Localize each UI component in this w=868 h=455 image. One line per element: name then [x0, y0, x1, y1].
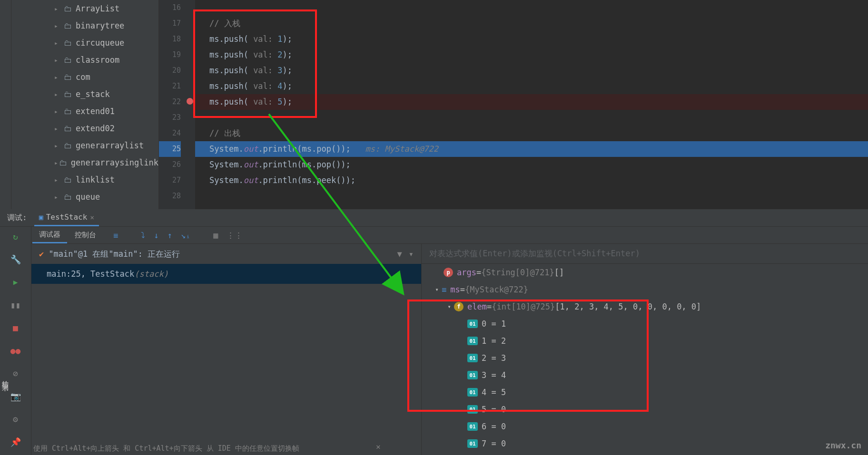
threads-icon[interactable]: ≡ — [113, 231, 118, 240]
settings-button[interactable]: ⚙ — [9, 412, 22, 426]
camera-button[interactable]: 📷 — [9, 389, 22, 403]
folder-icon: 🗀 — [64, 72, 72, 82]
tree-item[interactable]: ▸🗀extend01 — [11, 103, 158, 120]
frames-panel: ✔ "main"@1 在组"main": 正在运行 ▼ ▾ main:25, T… — [31, 244, 422, 455]
chevron-right-icon: ▸ — [54, 39, 63, 47]
tree-item[interactable]: ▸🗀com — [11, 68, 158, 86]
line-number[interactable]: 28 — [159, 188, 181, 204]
line-number[interactable]: 19 — [159, 47, 181, 63]
chevron-right-icon: ▸ — [54, 125, 63, 132]
step-into-icon[interactable]: ↓ — [154, 231, 158, 240]
line-number[interactable]: 18 — [159, 31, 181, 47]
var-array-item[interactable]: 010 = 1 — [422, 315, 868, 332]
breakpoint-icon[interactable] — [187, 98, 193, 105]
watch-input[interactable]: 对表达式求值(Enter)或添加监视(Ctrl+Shift+Enter) — [422, 244, 868, 264]
code-editor[interactable]: // 入栈 ms.push( val: 1); ms.push( val: 2)… — [195, 0, 868, 209]
mute-breakpoints-button[interactable]: ⊘ — [9, 367, 22, 380]
int-badge-icon: 01 — [467, 405, 478, 414]
stop-button[interactable]: ■ — [9, 321, 22, 334]
var-row[interactable]: ▾ ≡ ms = {MyStack@722} — [422, 281, 868, 298]
debug-panel: 调试: ▣ TestStack ✕ ↻ 🔧 ▶ ▮▮ ■ ●● ⊘ 📷 ⚙ 📌 … — [0, 209, 868, 455]
var-array-item[interactable]: 017 = 0 — [422, 435, 868, 452]
chevron-right-icon: ▸ — [54, 176, 63, 184]
tree-item[interactable]: ▸🗀e_stack — [11, 86, 158, 103]
var-row[interactable]: ▾ f elem = {int[10]@725} [1, 2, 3, 4, 5,… — [422, 298, 868, 315]
var-row[interactable]: p args = {String[0]@721} [] — [422, 264, 868, 281]
line-number[interactable]: 21 — [159, 78, 181, 94]
chevron-right-icon: ▸ — [54, 5, 63, 12]
tree-label: e_stack — [76, 89, 110, 99]
int-badge-icon: 01 — [467, 371, 478, 379]
var-array-item[interactable]: 016 = 0 — [422, 418, 868, 435]
tab-console[interactable]: 控制台 — [68, 228, 103, 242]
frame-row[interactable]: main:25, TestStack (stack) — [31, 264, 421, 284]
trace-icon[interactable]: ⋮⋮ — [227, 231, 243, 240]
tree-item[interactable]: ▸🗀extend02 — [11, 120, 158, 137]
thread-row[interactable]: ✔ "main"@1 在组"main": 正在运行 ▼ ▾ — [31, 244, 421, 264]
line-number[interactable]: 24 — [159, 126, 181, 141]
side-strip[interactable]: 结构 米书 — [0, 376, 10, 379]
breakpoint-gutter[interactable] — [186, 0, 195, 209]
check-icon: ✔ — [39, 249, 44, 259]
project-tree[interactable]: ▸🗀ArrayList ▸🗀binarytree ▸🗀circuqueue ▸🗀… — [11, 0, 159, 209]
step-out-icon[interactable]: ↑ — [168, 231, 172, 240]
tree-item[interactable]: ▸🗀binarytree — [11, 17, 158, 34]
tree-item[interactable]: ▸🗀circuqueue — [11, 34, 158, 51]
line-number[interactable]: 22 — [159, 94, 181, 110]
int-badge-icon: 01 — [467, 439, 478, 448]
tree-item[interactable]: ▸🗀linklist — [11, 171, 158, 188]
tab-debugger[interactable]: 调试器 — [32, 227, 67, 243]
debug-tab[interactable]: ▣ TestStack ✕ — [34, 209, 99, 226]
chevron-down-icon[interactable]: ▾ — [444, 303, 454, 310]
tree-label: classroom — [76, 55, 119, 65]
breakpoints-button[interactable]: ●● — [9, 344, 22, 357]
folder-icon: 🗀 — [64, 21, 72, 30]
pause-button[interactable]: ▮▮ — [9, 298, 22, 311]
left-gutter — [0, 0, 11, 209]
line-number[interactable]: 27 — [159, 173, 181, 188]
run-to-cursor-icon[interactable]: ↘ᵢ — [181, 231, 190, 240]
tree-item[interactable]: ▸🗀ArrayList — [11, 0, 158, 17]
var-array-item[interactable]: 015 = 0 — [422, 401, 868, 418]
var-array-item[interactable]: 014 = 5 — [422, 384, 868, 401]
field-badge-icon: f — [454, 302, 464, 311]
int-badge-icon: 01 — [467, 422, 478, 431]
line-gutter[interactable]: 16 17 18 19 20 21 22 23 24 25 26 27 28 — [159, 0, 186, 209]
line-number[interactable]: 20 — [159, 63, 181, 78]
folder-icon: 🗀 — [59, 158, 67, 167]
code-comment: // 出栈 — [209, 128, 240, 138]
run-config-icon: ▣ — [39, 213, 43, 222]
chevron-right-icon: ▸ — [54, 91, 63, 98]
tree-item[interactable]: ▸🗀generarraysinglink — [11, 154, 158, 171]
var-array-item[interactable]: 013 = 4 — [422, 367, 868, 384]
int-badge-icon: 01 — [467, 337, 478, 345]
folder-icon: 🗀 — [64, 4, 72, 13]
step-over-icon[interactable]: ⤵ — [141, 231, 145, 240]
line-number[interactable]: 23 — [159, 110, 181, 126]
line-number[interactable]: 17 — [159, 16, 181, 31]
resume-button[interactable]: ▶ — [9, 275, 22, 289]
line-number[interactable]: 26 — [159, 157, 181, 173]
pin-button[interactable]: 📌 — [9, 435, 22, 448]
evaluate-icon[interactable]: ▦ — [213, 231, 218, 240]
tree-label: linklist — [76, 175, 115, 184]
close-icon[interactable]: ✕ — [376, 442, 381, 451]
dropdown-icon[interactable]: ▾ — [409, 249, 414, 259]
line-number-exec[interactable]: 25 — [159, 141, 181, 157]
status-text: 使用 Ctrl+Alt+向上箭头 和 Ctrl+Alt+向下箭头 从 IDE 中… — [33, 444, 299, 453]
debug-tab-label: TestStack — [46, 213, 88, 222]
rerun-button[interactable]: ↻ — [9, 230, 22, 243]
param-badge-icon: p — [444, 268, 453, 277]
filter-icon[interactable]: ▼ — [397, 249, 402, 259]
folder-icon: 🗀 — [64, 124, 72, 133]
tree-item[interactable]: ▸🗀generarraylist — [11, 137, 158, 154]
chevron-down-icon[interactable]: ▾ — [432, 286, 442, 293]
tree-item[interactable]: ▸🗀queue — [11, 188, 158, 205]
var-array-item[interactable]: 011 = 2 — [422, 332, 868, 349]
chevron-right-icon: ▸ — [54, 108, 63, 115]
tree-item[interactable]: ▸🗀classroom — [11, 51, 158, 68]
tool-button[interactable]: 🔧 — [9, 252, 22, 266]
line-number[interactable]: 16 — [159, 0, 181, 16]
var-array-item[interactable]: 012 = 3 — [422, 349, 868, 367]
close-icon[interactable]: ✕ — [90, 213, 94, 221]
